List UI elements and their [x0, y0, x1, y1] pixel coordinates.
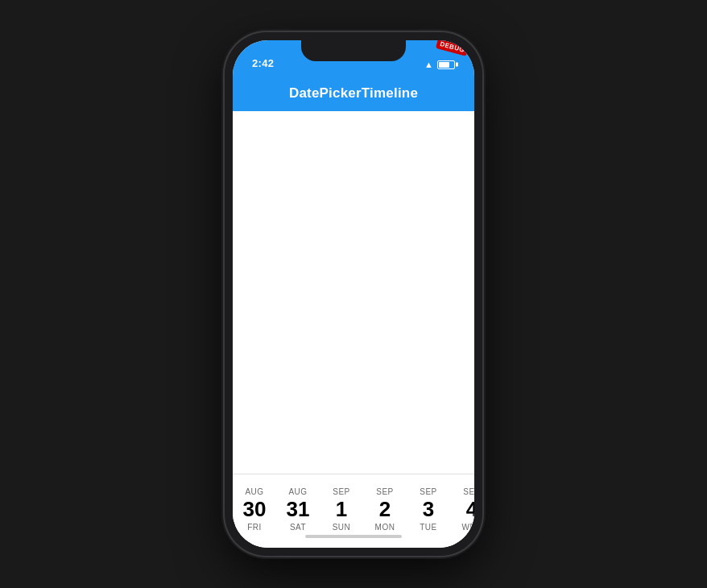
phone-screen: 2:42 ▲ DEBUG DatePickerTimeline AUG 30 F…	[233, 40, 474, 548]
debug-badge: DEBUG	[436, 40, 469, 56]
date-item[interactable]: SEP 4 WED	[450, 484, 474, 535]
main-content-area	[233, 111, 474, 525]
date-month-label: AUG	[245, 487, 263, 496]
status-bar: 2:42 ▲ DEBUG	[233, 40, 474, 76]
battery-icon	[437, 60, 455, 69]
date-day-label: SAT	[290, 523, 306, 532]
date-month-label: SEP	[420, 487, 437, 496]
status-time: 2:42	[252, 57, 274, 69]
date-number-label: 31	[287, 498, 310, 521]
date-item[interactable]: SEP 2 MON	[363, 484, 407, 535]
date-month-label: SEP	[333, 487, 350, 496]
date-month-label: SEP	[463, 487, 474, 496]
date-day-label: WED	[462, 523, 474, 532]
date-day-label: FRI	[247, 523, 262, 532]
phone-frame: 2:42 ▲ DEBUG DatePickerTimeline AUG 30 F…	[225, 32, 482, 556]
date-number-label: 1	[336, 498, 347, 521]
date-month-label: AUG	[288, 487, 307, 496]
status-icons: ▲	[424, 60, 455, 69]
date-number-label: 3	[423, 498, 434, 521]
date-item[interactable]: SEP 3 TUE	[407, 484, 450, 535]
date-number-label: 4	[466, 498, 474, 521]
wifi-icon: ▲	[424, 60, 433, 69]
home-bar	[305, 535, 402, 538]
date-day-label: TUE	[420, 523, 437, 532]
date-item[interactable]: AUG 30 FRI	[233, 484, 276, 535]
notch	[301, 40, 406, 61]
nav-bar: DatePickerTimeline	[233, 76, 474, 111]
date-day-label: SUN	[333, 523, 351, 532]
date-number-label: 2	[379, 498, 391, 521]
date-day-label: MON	[375, 523, 395, 532]
date-item[interactable]: SEP 1 SUN	[320, 484, 363, 535]
date-item[interactable]: AUG 31 SAT	[276, 484, 320, 535]
date-number-label: 30	[243, 498, 267, 521]
nav-title: DatePickerTimeline	[289, 85, 418, 101]
date-month-label: SEP	[376, 487, 394, 496]
